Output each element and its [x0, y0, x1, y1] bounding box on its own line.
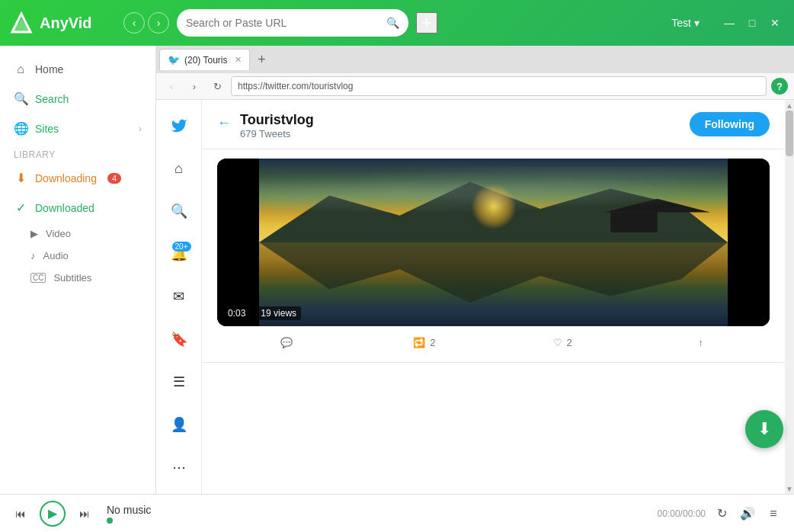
logo-area: AnyVid — [9, 11, 116, 35]
download-fab-button[interactable]: ⬇ — [745, 410, 783, 448]
titlebar: AnyVid ‹ › 🔍 + Test ▾ — □ ✕ — [0, 0, 794, 46]
profile-tweets-count: 679 Tweets — [240, 128, 680, 139]
browser-forward-button[interactable]: › — [185, 77, 203, 95]
tab-close-button[interactable]: ✕ — [235, 55, 242, 65]
url-search-bar: 🔍 — [177, 9, 408, 37]
like-action[interactable]: ♡ 2 — [494, 332, 632, 353]
browser-content: ⌂ 🔍 🔔 20+ ✉ 🔖 ☰ 👤 ⋯ ← — [156, 100, 794, 494]
player-right-controls: 00:00/00:00 ↻ 🔊 ≡ — [658, 504, 783, 524]
twitter-explore-icon[interactable]: 🔍 — [165, 197, 193, 225]
player-dot-indicator — [107, 518, 113, 524]
url-bar[interactable] — [231, 76, 767, 96]
next-button[interactable]: ⏭ — [75, 504, 94, 524]
back-button[interactable]: ‹ — [123, 12, 145, 34]
twitter-home-icon[interactable]: ⌂ — [165, 155, 193, 182]
like-count: 2 — [567, 337, 572, 348]
twitter-feed: ← Touristvlog 679 Tweets Following — [202, 100, 785, 363]
playlist-button[interactable]: ≡ — [764, 504, 783, 524]
browser-back-button[interactable]: ‹ — [162, 77, 181, 95]
like-icon: ♡ — [553, 337, 562, 348]
follow-button[interactable]: Following — [690, 112, 770, 136]
sidebar: ⌂ Home 🔍 Search 🌐 Sites › Library ⬇ Down… — [0, 46, 156, 494]
tab-bar: 🐦 (20) Touris ✕ + — [156, 46, 794, 73]
add-tab-plus[interactable]: + — [251, 50, 271, 69]
profile-header: ← Touristvlog 679 Tweets Following — [202, 100, 785, 149]
video-icon: ▶ — [30, 228, 38, 239]
tab-1[interactable]: 🐦 (20) Touris ✕ — [159, 49, 250, 70]
retweet-icon: 🔁 — [413, 337, 425, 348]
browser-refresh-button[interactable]: ↻ — [208, 77, 226, 95]
sidebar-item-sites[interactable]: 🌐 Sites › — [0, 114, 155, 143]
twitter-messages-icon[interactable]: ✉ — [165, 283, 193, 310]
retweet-count: 2 — [430, 337, 435, 348]
sidebar-audio-label: Audio — [43, 250, 69, 261]
volume-button[interactable]: 🔊 — [738, 504, 757, 524]
twitter-lists-icon[interactable]: ☰ — [165, 368, 193, 396]
sidebar-sub-video[interactable]: ▶ Video — [0, 223, 155, 245]
sidebar-home-label: Home — [35, 63, 63, 75]
home-icon: ⌂ — [14, 62, 27, 76]
video-time: 0:03 — [223, 306, 250, 320]
sidebar-sub-subtitles[interactable]: CC Subtitles — [0, 267, 155, 289]
sidebar-item-search[interactable]: 🔍 Search — [0, 84, 155, 114]
minimize-button[interactable]: — — [719, 13, 739, 33]
profile-back-button[interactable]: ← — [217, 115, 231, 131]
sidebar-item-downloaded[interactable]: ✓ Downloaded — [0, 193, 155, 223]
library-section-label: Library — [0, 143, 155, 163]
profile-name: Touristvlog — [240, 112, 680, 128]
chevron-right-icon: › — [139, 123, 142, 134]
tweet-actions: 💬 🔁 2 ♡ 2 ↑ — [217, 326, 770, 353]
sites-icon: 🌐 — [14, 121, 27, 136]
notifications-badge: 20+ — [172, 242, 191, 252]
user-menu[interactable]: Test ▾ — [665, 14, 706, 32]
player-time: 00:00/00:00 — [658, 508, 706, 519]
sidebar-video-label: Video — [46, 228, 71, 239]
twitter-logo-icon[interactable] — [165, 112, 193, 139]
repeat-button[interactable]: ↻ — [712, 504, 732, 524]
share-icon: ↑ — [698, 337, 703, 348]
no-music-label: No music — [107, 504, 151, 516]
close-button[interactable]: ✕ — [765, 13, 785, 33]
scrollbar-down-arrow[interactable]: ▼ — [785, 483, 794, 494]
tweet-post: 0:03 19 views 💬 🔁 — [202, 149, 785, 363]
sidebar-sites-label: Sites — [35, 123, 59, 135]
nav-buttons: ‹ › — [123, 12, 169, 34]
sidebar-downloading-label: Downloading — [35, 172, 97, 184]
twitter-main-content: ← Touristvlog 679 Tweets Following — [202, 100, 785, 494]
svg-marker-5 — [259, 242, 728, 303]
downloaded-icon: ✓ — [14, 200, 27, 215]
twitter-notifications-icon[interactable]: 🔔 20+ — [165, 240, 193, 268]
reply-icon: 💬 — [280, 337, 293, 348]
tab-1-label: (20) Touris — [184, 55, 227, 66]
twitter-bookmarks-icon[interactable]: 🔖 — [165, 325, 193, 353]
search-sidebar-icon: 🔍 — [14, 91, 27, 106]
play-button[interactable]: ▶ — [40, 501, 66, 527]
scrollbar-track[interactable] — [785, 111, 794, 483]
downloading-badge: 4 — [107, 173, 121, 184]
now-playing-area: No music — [107, 504, 648, 524]
prev-button[interactable]: ⏮ — [11, 504, 30, 524]
maximize-button[interactable]: □ — [742, 13, 762, 33]
search-icon: 🔍 — [386, 17, 399, 29]
sidebar-item-home[interactable]: ⌂ Home — [0, 55, 155, 84]
download-fab-icon: ⬇ — [757, 419, 771, 439]
app-name: AnyVid — [40, 14, 92, 32]
sidebar-subtitles-label: Subtitles — [53, 272, 91, 284]
sidebar-sub-audio[interactable]: ♪ Audio — [0, 245, 155, 267]
share-action[interactable]: ↑ — [632, 332, 770, 353]
twitter-profile-icon[interactable]: 👤 — [165, 411, 193, 438]
video-container[interactable]: 0:03 19 views — [217, 159, 770, 326]
app-logo — [9, 11, 34, 35]
video-overlay: 0:03 19 views — [223, 306, 301, 320]
add-tab-button[interactable]: + — [416, 12, 437, 34]
scrollbar-up-arrow[interactable]: ▲ — [785, 100, 794, 111]
twitter-more-icon[interactable]: ⋯ — [165, 453, 193, 481]
reply-action[interactable]: 💬 — [217, 332, 355, 353]
search-input[interactable] — [186, 17, 380, 29]
scrollbar-thumb[interactable] — [786, 111, 793, 156]
sidebar-item-downloading[interactable]: ⬇ Downloading 4 — [0, 163, 155, 193]
help-button[interactable]: ? — [771, 78, 788, 95]
forward-button[interactable]: › — [148, 12, 169, 34]
retweet-action[interactable]: 🔁 2 — [355, 332, 493, 353]
browser-toolbar: ‹ › ↻ ? — [156, 73, 794, 100]
